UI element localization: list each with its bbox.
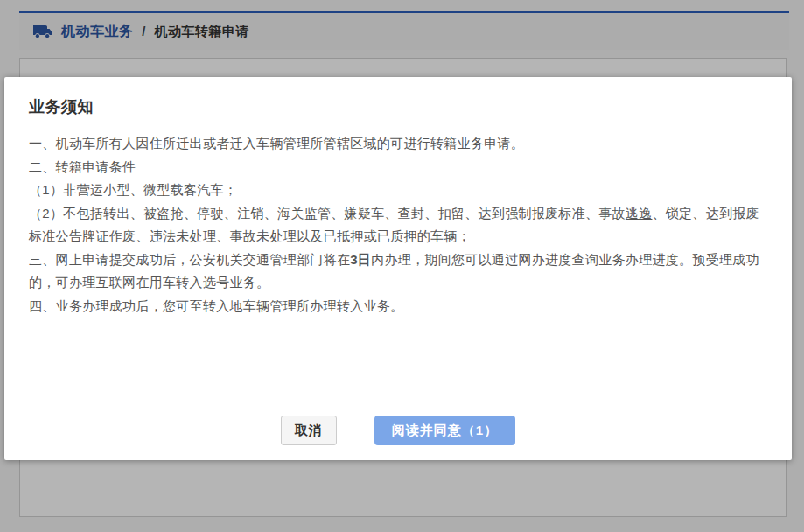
notice-text: 一、机动车所有人因住所迁出或者迁入车辆管理所管辖区域的可进行转籍业务申请。 二、… [29,132,767,318]
notice-paragraph-2: 二、转籍申请条件 [29,156,767,179]
notice-paragraph-5-bold: 3日 [350,252,371,267]
notice-paragraph-5: 三、网上申请提交成功后，公安机关交通管理部门将在3日内办理，期间您可以通过网办进… [29,248,767,295]
notice-paragraph-6: 四、业务办理成功后，您可至转入地车辆管理所办理转入业务。 [29,295,767,318]
notice-paragraph-1: 一、机动车所有人因住所迁出或者迁入车辆管理所管辖区域的可进行转籍业务申请。 [29,132,767,156]
notice-paragraph-4-part1: （2）不包括转出、被盗抢、停驶、注销、海关监管、嫌疑车、查封、扣留、达到强制报废… [29,206,626,220]
dialog-title: 业务须知 [29,96,767,117]
cancel-button[interactable]: 取消 [281,416,337,445]
dialog-button-row: 取消 阅读并同意（1） [4,416,792,445]
notice-paragraph-4-underlined: 逃逸 [626,206,653,220]
notice-paragraph-3: （1）非营运小型、微型载客汽车； [29,178,767,202]
notice-paragraph-4: （2）不包括转出、被盗抢、停驶、注销、海关监管、嫌疑车、查封、扣留、达到强制报废… [29,202,767,248]
business-notice-dialog: 业务须知 一、机动车所有人因住所迁出或者迁入车辆管理所管辖区域的可进行转籍业务申… [4,77,792,460]
read-and-agree-button[interactable]: 阅读并同意（1） [374,416,515,445]
notice-paragraph-5-part1: 三、网上申请提交成功后，公安机关交通管理部门将在 [29,252,350,267]
